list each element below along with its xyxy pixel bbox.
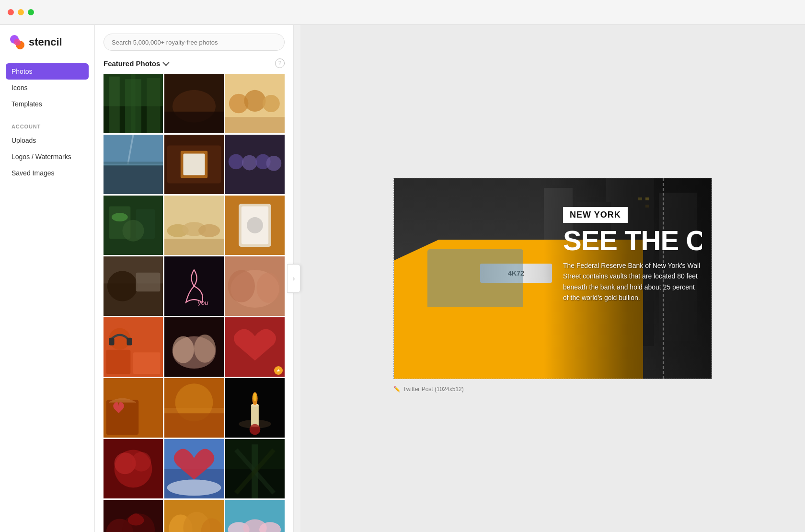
svg-point-28 [229, 154, 244, 170]
svg-rect-19 [104, 164, 163, 194]
svg-point-83 [132, 452, 151, 472]
canvas-body-text: The Federal Reserve Bank of New York's W… [563, 260, 702, 303]
see-city-title: SEE THE CI [563, 227, 702, 254]
svg-rect-6 [125, 79, 141, 133]
svg-rect-49 [136, 273, 161, 291]
svg-rect-12 [164, 112, 224, 133]
svg-point-31 [266, 156, 282, 171]
svg-point-15 [244, 90, 265, 112]
svg-rect-41 [164, 239, 224, 255]
svg-point-65 [194, 335, 216, 363]
photo-cell[interactable] [104, 256, 163, 316]
svg-text:you: you [197, 299, 208, 306]
svg-point-29 [242, 155, 257, 171]
svg-rect-22 [104, 162, 163, 166]
nav-section-account: Uploads Logos / Watermarks Saved Images [0, 132, 94, 181]
app-container: stencil Photos Icons Templates ACCOUNT U… [0, 25, 805, 532]
sidebar-item-templates[interactable]: Templates [6, 96, 89, 112]
minimize-button[interactable] [18, 9, 24, 15]
help-icon[interactable]: ? [275, 58, 285, 68]
photo-cell[interactable] [164, 500, 224, 532]
photo-cell[interactable]: ★ [225, 317, 285, 377]
collapse-panel-button[interactable]: › [287, 264, 300, 293]
photo-cell[interactable] [225, 135, 285, 194]
photo-cell[interactable] [225, 439, 285, 498]
svg-point-45 [247, 217, 263, 233]
new-york-badge: NEW YORK [563, 207, 628, 223]
sidebar-item-logos-watermarks[interactable]: Logos / Watermarks [6, 149, 89, 165]
photo-cell[interactable] [225, 74, 285, 133]
app-name: stencil [29, 36, 62, 48]
photo-cell[interactable] [104, 439, 163, 498]
svg-rect-75 [251, 405, 259, 427]
photo-cell[interactable] [164, 317, 224, 377]
svg-rect-58 [133, 352, 160, 374]
photo-cell[interactable] [225, 378, 285, 438]
svg-point-2 [14, 39, 21, 46]
photo-cell[interactable] [104, 74, 163, 133]
account-section-label: ACCOUNT [0, 116, 94, 132]
svg-point-36 [112, 213, 128, 221]
svg-point-64 [172, 336, 194, 363]
photo-cell[interactable] [104, 317, 163, 377]
svg-point-78 [253, 393, 257, 401]
photo-cell[interactable] [225, 256, 285, 316]
svg-rect-57 [106, 350, 131, 374]
photo-cell[interactable] [164, 439, 224, 498]
photo-cell[interactable] [164, 74, 224, 133]
taxi-windshield [427, 249, 523, 307]
svg-point-40 [198, 224, 220, 237]
canvas-preview[interactable]: 4K72 NEW YORK SEE THE CI The Federal Res… [393, 178, 712, 379]
photo-cell[interactable] [104, 378, 163, 438]
svg-point-54 [228, 270, 255, 302]
maximize-button[interactable] [28, 9, 34, 15]
photo-cell[interactable] [225, 500, 285, 532]
svg-rect-17 [225, 117, 285, 133]
svg-point-86 [167, 480, 221, 496]
title-bar [0, 0, 805, 25]
nav-section-main: Photos Icons Templates [0, 63, 94, 112]
featured-title: Featured Photos [104, 59, 168, 68]
chevron-right-icon: › [293, 275, 295, 282]
featured-header: Featured Photos ? [104, 58, 285, 68]
svg-point-48 [107, 271, 138, 301]
sidebar-item-icons[interactable]: Icons [6, 80, 89, 96]
photo-grid: you [104, 74, 285, 532]
sidebar: stencil Photos Icons Templates ACCOUNT U… [0, 25, 95, 532]
photo-cell[interactable] [104, 500, 163, 532]
photo-cell[interactable]: you [164, 256, 224, 316]
svg-point-16 [263, 95, 280, 112]
photo-cell[interactable] [104, 196, 163, 255]
close-button[interactable] [8, 9, 14, 15]
stencil-logo-icon [10, 35, 25, 50]
photo-cell[interactable] [164, 135, 224, 194]
canvas-text-overlay: NEW YORK SEE THE CI The Federal Reserve … [553, 197, 712, 313]
photo-panel: Featured Photos ? [95, 25, 294, 532]
photo-grid-container[interactable]: you [104, 74, 285, 532]
logo-area: stencil [0, 35, 94, 63]
star-badge: ★ [274, 366, 283, 375]
svg-point-35 [122, 220, 144, 242]
svg-rect-60 [109, 338, 114, 346]
pencil-icon: ✏️ [393, 386, 401, 393]
sidebar-item-saved-images[interactable]: Saved Images [6, 165, 89, 181]
svg-rect-8 [147, 78, 160, 133]
canvas-size-label: ✏️ Twitter Post (1024x512) [393, 386, 464, 393]
canvas-area: 4K72 NEW YORK SEE THE CI The Federal Res… [300, 25, 805, 532]
sidebar-item-uploads[interactable]: Uploads [6, 132, 89, 149]
svg-rect-72 [164, 413, 224, 438]
svg-rect-26 [183, 153, 205, 175]
sidebar-item-photos[interactable]: Photos [6, 63, 89, 80]
photo-cell[interactable] [104, 135, 163, 194]
svg-point-55 [256, 273, 280, 303]
photo-search-input[interactable] [104, 34, 285, 51]
photo-cell[interactable] [164, 378, 224, 438]
photo-cell[interactable] [164, 196, 224, 255]
svg-rect-61 [126, 338, 132, 346]
chevron-down-icon[interactable] [163, 59, 170, 66]
photo-cell[interactable] [225, 196, 285, 255]
svg-rect-7 [109, 77, 120, 133]
svg-point-79 [250, 424, 261, 435]
